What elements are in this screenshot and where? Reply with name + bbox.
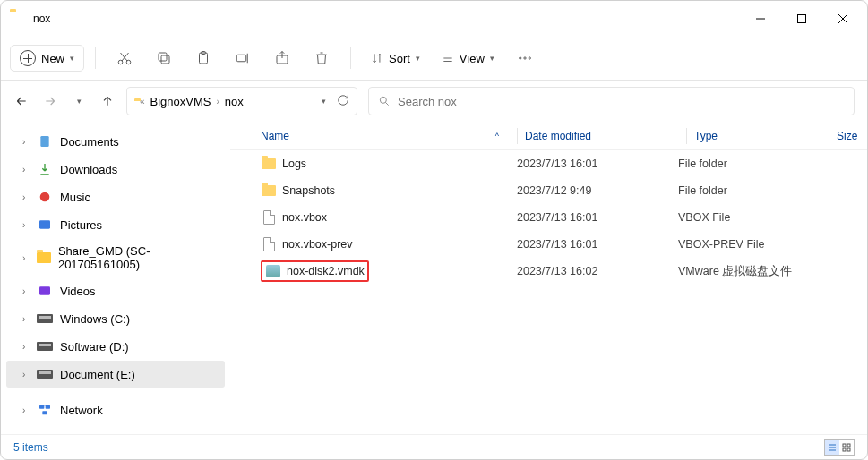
share-button[interactable] bbox=[264, 42, 300, 74]
svg-rect-29 bbox=[39, 405, 44, 409]
refresh-button[interactable] bbox=[337, 94, 349, 109]
minimize-button[interactable] bbox=[740, 4, 781, 33]
pictures-icon bbox=[37, 217, 53, 233]
file-row[interactable]: Snapshots 2023/7/12 9:49 File folder bbox=[230, 177, 867, 204]
column-type[interactable]: Type bbox=[694, 130, 829, 142]
more-button[interactable] bbox=[507, 42, 543, 74]
chevron-down-icon[interactable]: ▾ bbox=[322, 97, 326, 106]
sidebar-item-videos[interactable]: › Videos bbox=[6, 277, 225, 304]
svg-point-20 bbox=[519, 57, 520, 59]
sidebar-item-downloads[interactable]: › Downloads bbox=[6, 156, 225, 183]
file-list: Name ^ Date modified Type Size Logs 2023… bbox=[230, 122, 867, 444]
sidebar-item-music[interactable]: › Music bbox=[6, 183, 225, 210]
file-row[interactable]: nox.vbox-prev 2023/7/13 16:01 VBOX-PREV … bbox=[230, 231, 867, 258]
details-view-button[interactable] bbox=[825, 440, 839, 455]
status-bar: 5 items bbox=[1, 434, 867, 459]
videos-icon bbox=[37, 283, 53, 299]
svg-rect-37 bbox=[843, 448, 846, 451]
search-icon bbox=[378, 95, 391, 107]
sort-button[interactable]: Sort ▾ bbox=[362, 47, 429, 71]
close-button[interactable] bbox=[822, 4, 864, 33]
column-size[interactable]: Size bbox=[837, 130, 867, 142]
svg-rect-30 bbox=[46, 405, 50, 409]
share-folder-icon bbox=[36, 250, 51, 266]
sort-label: Sort bbox=[389, 52, 410, 65]
sort-indicator-icon: ^ bbox=[495, 132, 499, 141]
breadcrumb-part[interactable]: nox bbox=[225, 95, 244, 108]
copy-button[interactable] bbox=[146, 42, 182, 74]
chevron-right-icon: › bbox=[22, 314, 30, 324]
icons-view-button[interactable] bbox=[839, 440, 854, 455]
chevron-right-icon: › bbox=[22, 192, 30, 202]
new-button[interactable]: New ▾ bbox=[10, 45, 84, 72]
sidebar-item-label: Share_GMD (SC-201705161005) bbox=[58, 244, 218, 271]
file-row[interactable]: nox.vbox 2023/7/13 16:01 VBOX File bbox=[230, 204, 867, 231]
titlebar: nox bbox=[1, 1, 867, 37]
svg-rect-1 bbox=[798, 15, 806, 23]
drive-icon bbox=[37, 338, 53, 354]
file-date: 2023/7/13 16:02 bbox=[517, 265, 678, 277]
sidebar-item-drive-d[interactable]: › Software (D:) bbox=[6, 333, 225, 360]
file-name: Logs bbox=[282, 158, 306, 170]
search-input[interactable] bbox=[398, 95, 845, 108]
svg-point-23 bbox=[380, 97, 386, 103]
chevron-icon: « bbox=[140, 97, 145, 106]
sidebar-item-share[interactable]: › Share_GMD (SC-201705161005) bbox=[6, 239, 225, 277]
folder-icon bbox=[261, 156, 277, 172]
sidebar-item-label: Videos bbox=[60, 285, 96, 298]
sidebar-item-pictures[interactable]: › Pictures bbox=[6, 211, 225, 238]
sidebar-item-label: Network bbox=[60, 404, 103, 417]
column-name[interactable]: Name bbox=[261, 130, 289, 142]
sidebar-item-label: Software (D:) bbox=[60, 340, 129, 354]
search-bar[interactable] bbox=[368, 87, 855, 115]
rename-button[interactable] bbox=[225, 42, 261, 74]
cut-button[interactable] bbox=[107, 42, 142, 74]
sidebar-item-documents[interactable]: › Documents bbox=[6, 128, 225, 155]
chevron-right-icon: › bbox=[22, 286, 30, 296]
new-label: New bbox=[41, 52, 64, 65]
view-label: View bbox=[460, 52, 485, 65]
sidebar-item-label: Downloads bbox=[60, 163, 117, 176]
chevron-down-icon: ▾ bbox=[70, 54, 74, 63]
sidebar: › Documents › Downloads › Music › Pictur… bbox=[1, 122, 230, 444]
svg-rect-12 bbox=[236, 55, 246, 62]
forward-button[interactable] bbox=[42, 93, 58, 109]
file-type: VMware 虚拟磁盘文件 bbox=[678, 264, 821, 279]
disk-icon bbox=[265, 263, 281, 279]
paste-button[interactable] bbox=[185, 42, 221, 74]
network-icon bbox=[37, 402, 53, 418]
svg-rect-36 bbox=[847, 444, 850, 447]
delete-button[interactable] bbox=[304, 42, 339, 74]
file-row[interactable]: Logs 2023/7/13 16:01 File folder bbox=[230, 150, 867, 177]
sidebar-item-drive-e[interactable]: › Document (E:) bbox=[6, 361, 225, 388]
up-button[interactable] bbox=[99, 93, 116, 109]
svg-rect-8 bbox=[161, 55, 169, 64]
maximize-button[interactable] bbox=[781, 4, 822, 33]
svg-rect-38 bbox=[847, 448, 850, 451]
chevron-right-icon: › bbox=[22, 220, 30, 230]
column-date[interactable]: Date modified bbox=[525, 130, 686, 142]
sidebar-item-label: Documents bbox=[60, 135, 119, 149]
file-name: nox.vbox-prev bbox=[282, 238, 353, 251]
view-button[interactable]: View ▾ bbox=[433, 47, 503, 71]
file-date: 2023/7/13 16:01 bbox=[517, 211, 678, 224]
file-icon bbox=[261, 236, 277, 252]
chevron-down-icon: ▾ bbox=[490, 54, 494, 63]
file-name: nox.vbox bbox=[282, 211, 327, 224]
documents-icon bbox=[37, 133, 53, 149]
sidebar-item-drive-c[interactable]: › Windows (C:) bbox=[6, 305, 225, 332]
history-button[interactable]: ▾ bbox=[71, 93, 87, 109]
back-button[interactable] bbox=[13, 93, 30, 109]
file-type: VBOX-PREV File bbox=[678, 238, 821, 251]
music-icon bbox=[37, 189, 53, 205]
address-bar[interactable]: « BignoxVMS › nox ▾ bbox=[126, 87, 357, 115]
file-type: File folder bbox=[678, 184, 821, 197]
file-row[interactable]: nox-disk2.vmdk 2023/7/13 16:02 VMware 虚拟… bbox=[230, 258, 867, 285]
sidebar-item-network[interactable]: › Network bbox=[6, 396, 225, 423]
column-headers[interactable]: Name ^ Date modified Type Size bbox=[230, 122, 867, 150]
window-controls bbox=[740, 4, 864, 33]
svg-line-24 bbox=[385, 102, 388, 105]
address-row: ▾ « BignoxVMS › nox ▾ bbox=[1, 81, 867, 122]
sidebar-item-label: Music bbox=[60, 191, 90, 204]
breadcrumb-part[interactable]: BignoxVMS bbox=[150, 95, 211, 108]
